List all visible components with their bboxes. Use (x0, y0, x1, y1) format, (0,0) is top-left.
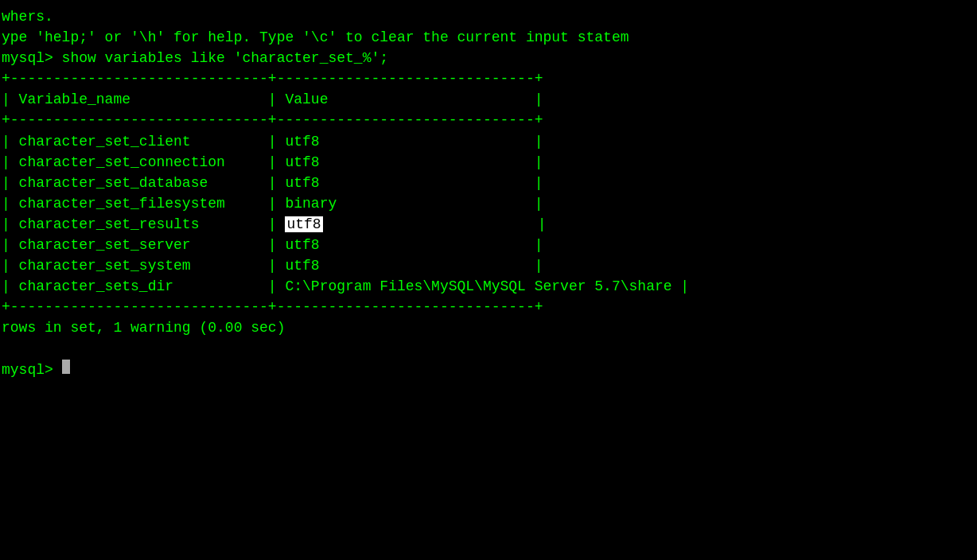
prompt-line[interactable]: mysql> (0, 360, 977, 380)
help-line: ype 'help;' or '\h' for help. Type '\c' … (0, 27, 977, 48)
command-line: mysql> show variables like 'character_se… (0, 48, 977, 68)
terminal-window: whers. ype 'help;' or '\h' for help. Typ… (0, 0, 977, 560)
empty-line (0, 339, 977, 360)
prompt-text: mysql> (2, 360, 62, 380)
table-row-results: | character_set_results | utf8 | (0, 214, 977, 235)
table-row: | character_set_system | utf8 | (0, 255, 977, 276)
rows-info: rows in set, 1 warning (0.00 sec) (0, 317, 977, 338)
table-row: | character_set_connection | utf8 | (0, 152, 977, 173)
table-row: | character_sets_dir | C:\Program Files\… (0, 276, 977, 297)
table-sep-top: +------------------------------+--------… (0, 68, 977, 89)
table-sep-bottom: +------------------------------+--------… (0, 297, 977, 317)
cursor-block (62, 360, 70, 374)
table-row: | character_set_filesystem | binary | (0, 193, 977, 214)
table-row: | character_set_server | utf8 | (0, 235, 977, 255)
table-row: | character_set_database | utf8 | (0, 173, 977, 193)
table-sep-header: +------------------------------+--------… (0, 110, 977, 130)
table-body: | character_set_client | utf8 | | charac… (0, 131, 977, 298)
table-row: | character_set_client | utf8 | (0, 131, 977, 152)
table-header: | Variable_name | Value | (0, 89, 977, 110)
whers-line: whers. (0, 6, 977, 27)
highlighted-value: utf8 (285, 216, 322, 232)
